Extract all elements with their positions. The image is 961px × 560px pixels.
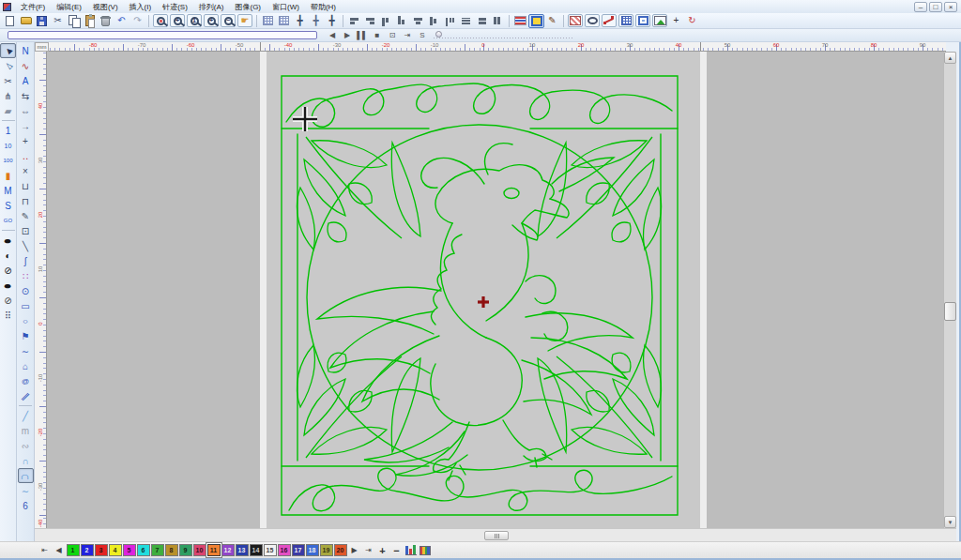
start-bracket-tool[interactable]: ⊔ bbox=[18, 178, 34, 193]
color-swatch-5[interactable]: 5 bbox=[123, 544, 136, 556]
node-select-tool[interactable]: ▻ bbox=[0, 58, 16, 73]
square-path-tool[interactable]: ∷ bbox=[18, 268, 34, 283]
zigzag-input-tool[interactable]: N bbox=[18, 43, 34, 58]
step-1-button[interactable]: 1 bbox=[0, 123, 16, 138]
color-swatch-15[interactable]: 15 bbox=[264, 544, 277, 556]
text-tool[interactable]: A bbox=[18, 73, 34, 88]
align-center-h-button[interactable] bbox=[410, 14, 426, 28]
minimize-button[interactable]: – bbox=[914, 2, 927, 12]
pentagon-tool[interactable]: ⌂ bbox=[18, 358, 34, 373]
color-swatch-9[interactable]: 9 bbox=[179, 544, 192, 556]
next-color-button[interactable]: ▶ bbox=[347, 544, 361, 557]
distribute-v-button[interactable] bbox=[458, 14, 474, 28]
align-bottom-button[interactable] bbox=[394, 14, 410, 28]
new-button[interactable] bbox=[2, 14, 18, 28]
step-100-button[interactable]: 100 bbox=[0, 153, 16, 168]
jump-stitch-tool[interactable]: ‥ bbox=[18, 148, 34, 163]
color-swatch-2[interactable]: 2 bbox=[81, 544, 94, 556]
go-button[interactable]: GO bbox=[0, 213, 16, 228]
menu-2[interactable]: 编辑(E) bbox=[51, 1, 87, 13]
color-swatch-3[interactable]: 3 bbox=[95, 544, 108, 556]
color-swatch-17[interactable]: 17 bbox=[292, 544, 305, 556]
s-line-tool[interactable]: ∼ bbox=[18, 343, 34, 358]
color-swatch-1[interactable]: 1 bbox=[67, 544, 80, 556]
pan-hand-button[interactable]: ☛ bbox=[237, 14, 252, 27]
pause-button[interactable]: ▌▌ bbox=[355, 30, 370, 41]
zoom-in-button[interactable]: + bbox=[204, 14, 219, 27]
to-end-button[interactable]: ⇥ bbox=[400, 30, 415, 41]
color-swatch-18[interactable]: 18 bbox=[306, 544, 319, 556]
rectangle-tool[interactable]: ▭ bbox=[18, 298, 34, 313]
last-color-button[interactable]: ⇥ bbox=[361, 544, 375, 557]
color-swatch-19[interactable]: 19 bbox=[320, 544, 333, 556]
design-canvas[interactable] bbox=[47, 52, 943, 528]
color-swatch-4[interactable]: 4 bbox=[109, 544, 122, 556]
delete-button[interactable] bbox=[98, 14, 114, 28]
move-design-button[interactable]: ╋ bbox=[292, 14, 308, 28]
stop-button[interactable]: ■ bbox=[370, 30, 385, 41]
insert-square-tool[interactable]: ⊡ bbox=[18, 223, 34, 238]
stitch-progress-bar[interactable] bbox=[8, 31, 317, 39]
color-swatch-12[interactable]: 12 bbox=[221, 544, 235, 556]
design-page[interactable] bbox=[267, 52, 700, 528]
redo-button[interactable]: ↷ bbox=[130, 14, 145, 28]
cut-button[interactable]: ✂ bbox=[50, 14, 66, 28]
align-right-button[interactable] bbox=[362, 14, 378, 28]
remove-color-button[interactable]: − bbox=[389, 544, 404, 557]
same-height-button[interactable] bbox=[490, 14, 506, 28]
paste-button[interactable] bbox=[82, 14, 98, 28]
machine-m-button[interactable]: M bbox=[0, 183, 16, 198]
play-button[interactable]: ▶ bbox=[340, 30, 355, 41]
menu-3[interactable]: 视图(V) bbox=[87, 1, 124, 13]
open-button[interactable] bbox=[18, 14, 34, 28]
wave-tool[interactable]: ∼ bbox=[18, 483, 34, 498]
menu-9[interactable]: 帮助(H) bbox=[305, 1, 342, 13]
zoom-out-button[interactable]: − bbox=[221, 14, 236, 27]
machine-s-button[interactable]: S bbox=[0, 198, 16, 213]
stitch-mark-button[interactable]: ▮ bbox=[0, 168, 16, 183]
color-swatch-11[interactable]: 11 bbox=[207, 544, 221, 556]
scrollbar-thumb[interactable] bbox=[944, 302, 956, 321]
move-origin-button[interactable]: ╋ bbox=[308, 14, 324, 28]
spiral-tool[interactable]: @ bbox=[18, 373, 34, 388]
same-width-button[interactable] bbox=[474, 14, 490, 28]
zoom-actual-button[interactable]: 1 bbox=[187, 14, 202, 27]
mirror-h-tool[interactable]: ⇆ bbox=[18, 88, 34, 103]
undo-button[interactable]: ↶ bbox=[114, 14, 130, 28]
speed-label[interactable]: S bbox=[415, 30, 430, 41]
curve-input-tool[interactable]: ∿ bbox=[18, 58, 34, 73]
grid-toggle-button[interactable] bbox=[260, 14, 276, 28]
distribute-h-button[interactable] bbox=[442, 14, 458, 28]
align-left-button[interactable] bbox=[346, 14, 362, 28]
center-design-button[interactable]: ╋ bbox=[324, 14, 340, 28]
menu-6[interactable]: 排列(A) bbox=[193, 1, 230, 13]
prev-color-button[interactable]: ◀ bbox=[52, 544, 66, 557]
color-swatch-6[interactable]: 6 bbox=[137, 544, 150, 556]
align-center-v-button[interactable] bbox=[426, 14, 442, 28]
rotate-ccw-button[interactable]: ↻ bbox=[684, 14, 700, 28]
color-swatch-8[interactable]: 8 bbox=[165, 544, 178, 556]
bridge-arc-tool[interactable]: ∩ bbox=[18, 468, 34, 483]
copy-button[interactable] bbox=[66, 14, 82, 28]
m-curve-tool[interactable]: m bbox=[18, 423, 34, 438]
stitch-skip2-tool[interactable]: ⊘ bbox=[0, 293, 16, 308]
eraser-tool[interactable]: ▰ bbox=[0, 103, 16, 118]
menu-5[interactable]: 针迹(S) bbox=[157, 1, 193, 13]
needle-point-button[interactable]: ✎ bbox=[544, 14, 560, 28]
color-swatch-13[interactable]: 13 bbox=[236, 544, 249, 556]
line-tool[interactable]: ╱ bbox=[18, 408, 34, 423]
hoop-border-button[interactable] bbox=[635, 14, 650, 27]
end-bracket-tool[interactable]: ⊓ bbox=[18, 193, 34, 208]
stitch-bean-band-tool[interactable]: ◐ bbox=[0, 248, 16, 263]
color-swatch-20[interactable]: 20 bbox=[334, 544, 347, 556]
simulate-sew-button[interactable] bbox=[528, 14, 544, 28]
speed-slider[interactable] bbox=[434, 31, 574, 40]
mirror-v-tool[interactable]: ⇔ bbox=[18, 103, 34, 118]
grid-snap-button[interactable] bbox=[276, 14, 292, 28]
cut-stitch-tool[interactable]: ✂ bbox=[0, 73, 16, 88]
vertical-scrollbar[interactable]: ▲ ▼ bbox=[943, 52, 956, 528]
s-squiggle-tool[interactable]: ∾ bbox=[18, 438, 34, 453]
step-10-button[interactable]: 10 bbox=[0, 138, 16, 153]
select-tool[interactable]: ► bbox=[0, 43, 16, 58]
color-swatch-16[interactable]: 16 bbox=[278, 544, 291, 556]
